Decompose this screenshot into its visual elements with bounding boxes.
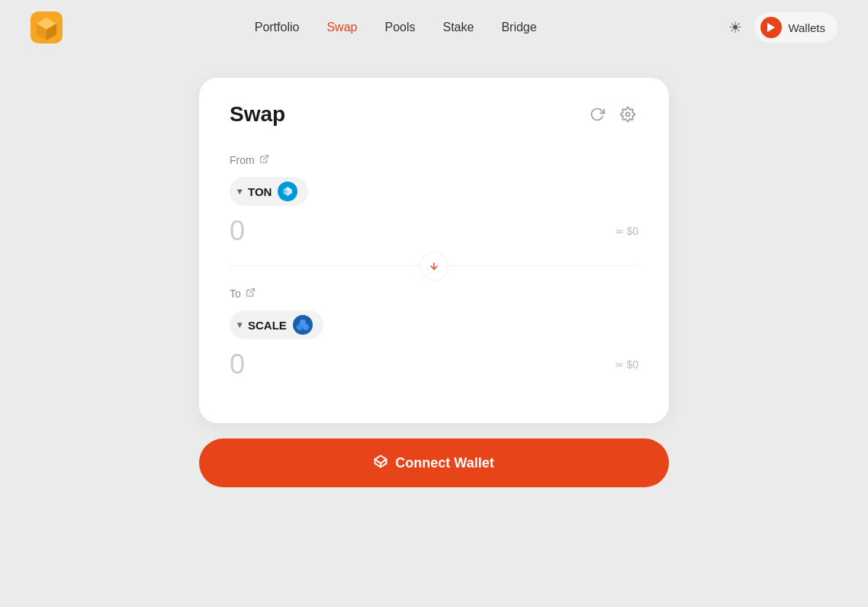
wallets-button[interactable]: Wallets: [754, 12, 837, 43]
settings-button[interactable]: [617, 104, 638, 125]
connect-wallet-button[interactable]: Connect Wallet: [199, 438, 669, 487]
swap-title: Swap: [230, 102, 285, 127]
from-chevron-icon: ▾: [237, 186, 242, 197]
main-content: Swap: [0, 55, 868, 487]
svg-line-14: [249, 289, 254, 294]
connect-wallet-label: Connect Wallet: [395, 455, 493, 471]
nav-stake[interactable]: Stake: [442, 21, 474, 34]
to-label: To: [230, 287, 241, 300]
to-token-label: SCALE: [248, 319, 287, 332]
from-usd: ≃ $0: [615, 225, 638, 237]
nav-pools[interactable]: Pools: [384, 21, 415, 34]
to-ext-link[interactable]: [246, 287, 256, 300]
swap-card-header: Swap: [230, 102, 638, 127]
svg-point-16: [297, 324, 303, 330]
nav-portfolio[interactable]: Portfolio: [255, 21, 300, 34]
to-amount[interactable]: 0: [230, 348, 245, 381]
from-token-label: TON: [248, 185, 272, 198]
to-usd: ≃ $0: [615, 358, 638, 371]
to-label-row: To: [230, 287, 638, 300]
theme-toggle[interactable]: ☀: [728, 18, 742, 37]
app-logo[interactable]: [31, 11, 63, 43]
header-actions: [587, 104, 638, 125]
to-amount-row: 0 ≃ $0: [230, 348, 638, 381]
wallets-label: Wallets: [788, 21, 825, 34]
to-token-selector[interactable]: ▾ SCALE: [230, 310, 323, 339]
svg-point-17: [303, 324, 309, 330]
nav-bridge[interactable]: Bridge: [501, 21, 536, 34]
from-amount-row: 0 ≃ $0: [230, 215, 638, 247]
navbar-right: ☀ Wallets: [728, 12, 837, 43]
nav-swap[interactable]: Swap: [326, 21, 357, 34]
from-token-selector[interactable]: ▾ TON: [230, 177, 308, 206]
connect-wallet-icon: [374, 454, 387, 471]
navbar: Portfolio Swap Pools Stake Bridge ☀ Wall…: [0, 0, 868, 55]
swap-card: Swap: [199, 78, 669, 423]
swap-divider: [230, 265, 638, 266]
svg-line-7: [263, 156, 268, 160]
from-section: From ▾ TON: [230, 145, 638, 262]
to-chevron-icon: ▾: [237, 320, 242, 330]
refresh-button[interactable]: [587, 104, 608, 125]
to-section: To ▾ SCALE: [230, 269, 638, 396]
nav-links: Portfolio Swap Pools Stake Bridge: [255, 21, 537, 34]
from-amount[interactable]: 0: [230, 215, 245, 247]
swap-direction-button[interactable]: [420, 252, 448, 281]
from-ext-link[interactable]: [259, 154, 269, 166]
svg-point-6: [626, 113, 630, 117]
ton-token-icon: [278, 181, 297, 201]
scale-token-icon: [293, 315, 313, 335]
svg-marker-5: [767, 23, 775, 32]
from-label: From: [230, 154, 255, 166]
wallets-icon: [760, 17, 782, 38]
from-label-row: From: [230, 154, 638, 166]
